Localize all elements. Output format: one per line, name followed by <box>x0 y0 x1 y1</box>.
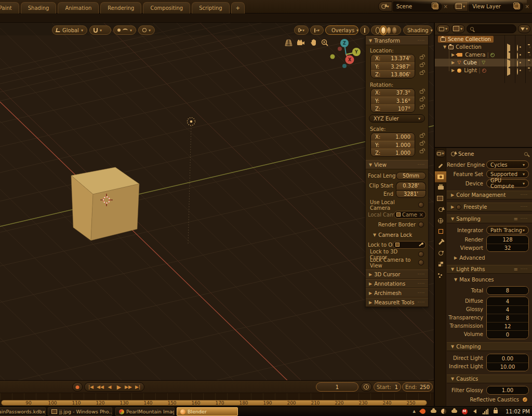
outliner-row-light[interactable]: ▶ Light | <box>435 66 532 74</box>
scale-x-field[interactable]: X:1.000 <box>371 133 415 141</box>
scene-name-field[interactable]: Scene <box>393 2 442 11</box>
overlays-dropdown[interactable]: Overlays ▾ <box>325 25 358 35</box>
clip-end-field[interactable]: 3281' <box>396 190 426 198</box>
editor-type-dropdown[interactable]: ▾ <box>436 24 450 33</box>
tab-rendering[interactable]: Rendering <box>100 2 141 14</box>
rotation-z-field[interactable]: Z:107° <box>371 104 415 112</box>
antivirus-tray-icon[interactable] <box>420 408 426 414</box>
next-keyframe-button[interactable]: ▶▶ <box>125 384 132 390</box>
lock-location-z-icon[interactable] <box>420 72 423 75</box>
tab-render[interactable] <box>435 171 446 182</box>
freestyle-section-header[interactable]: ▶ Freestyle ···· <box>447 203 532 211</box>
solid-shading-button[interactable] <box>381 27 385 34</box>
timeline-ruler[interactable]: 90 100 110 120 130 140 150 160 170 180 1… <box>0 393 434 406</box>
focal-length-field[interactable]: 50mm <box>396 172 426 180</box>
cloud-upload-tray-icon[interactable] <box>430 408 436 414</box>
navigation-gizmo[interactable]: Z Y X <box>327 37 369 72</box>
tab-output[interactable] <box>435 182 446 193</box>
play-button[interactable]: ▶ <box>115 384 123 391</box>
outliner-row-cube[interactable]: ▶ ▽ Cube | ▽ <box>435 59 532 66</box>
auto-keying-clock-button[interactable] <box>361 382 372 392</box>
presets-menu-icon[interactable]: ≡ <box>513 266 517 272</box>
hide-toggle[interactable] <box>517 45 518 51</box>
panel-annotations-header[interactable]: ▶ Annotations ···· <box>366 279 428 288</box>
max-bounces-subpanel-header[interactable]: ▼ Max Bounces <box>447 276 532 284</box>
proportional-editing-control[interactable]: ▾ <box>113 25 136 35</box>
tab-modifiers[interactable] <box>435 237 446 248</box>
direct-light-field[interactable]: 0.00 <box>487 354 528 363</box>
glossy-field[interactable]: 4 <box>487 305 528 314</box>
transform-orientation-dropdown[interactable]: Global ▾ <box>52 25 87 35</box>
hide-toggle[interactable] <box>517 61 518 66</box>
network-signal-icon[interactable] <box>482 408 488 414</box>
lock-scale-z-icon[interactable] <box>420 150 423 153</box>
show-hidden-icons-button[interactable]: ▲ <box>413 409 416 413</box>
jump-to-end-button[interactable]: ▶| <box>134 384 141 390</box>
render-border-checkbox[interactable] <box>418 222 424 227</box>
device-dropdown[interactable]: GPU Compute▾ <box>486 179 529 187</box>
light-paths-section-header[interactable]: ▼ Light Paths ≡···· <box>447 265 532 274</box>
outliner-search-input[interactable] <box>467 24 516 33</box>
color-management-section-header[interactable]: ▶ Color Management ···· <box>447 191 532 199</box>
clamping-section-header[interactable]: ▼ Clamping <box>447 342 532 351</box>
feature-set-dropdown[interactable]: Supported▾ <box>486 170 529 178</box>
expand-icon[interactable]: ▶ <box>451 60 455 65</box>
add-workspace-button[interactable]: + <box>231 2 245 14</box>
filter-dropdown[interactable]: ▾ <box>518 24 530 33</box>
lock-camera-to-view-checkbox[interactable] <box>418 260 424 265</box>
pin-icon[interactable] <box>524 152 528 156</box>
transparency-field[interactable]: 8 <box>487 314 528 322</box>
tab-scene[interactable] <box>435 204 446 215</box>
previous-keyframe-button[interactable]: ◀◀ <box>97 384 104 390</box>
display-mode-dropdown[interactable]: ▾ <box>451 24 465 33</box>
rendered-shading-button[interactable] <box>392 27 396 34</box>
selectable-toggle[interactable] <box>507 69 510 74</box>
lock-to-object-field[interactable] <box>393 241 426 249</box>
lock-rotation-z-icon[interactable] <box>420 106 423 109</box>
frame-start-field[interactable]: Start: 1 <box>374 382 401 392</box>
view-layer-browse-button[interactable]: ▾ <box>454 2 468 11</box>
caustics-section-header[interactable]: ▼ Caustics <box>447 374 532 383</box>
clear-camera-icon[interactable]: × <box>419 212 423 218</box>
tab-animation[interactable]: Animation <box>58 2 99 14</box>
expand-icon[interactable]: ▼ <box>443 45 446 49</box>
panel-archimesh-header[interactable]: ▶ Archimesh ···· <box>366 288 428 298</box>
tab-particles[interactable] <box>435 270 446 280</box>
hide-toggle[interactable] <box>517 53 518 59</box>
volume-field[interactable]: 0 <box>487 330 528 339</box>
tab-paint[interactable]: Paint <box>0 2 19 14</box>
security-lock-icon[interactable] <box>493 408 499 414</box>
play-reverse-button[interactable]: ◀ <box>106 384 113 390</box>
tab-shading[interactable]: Shading <box>21 2 57 14</box>
selectable-toggle[interactable] <box>507 61 510 66</box>
shading-dropdown[interactable]: Shading ▾ <box>403 25 432 35</box>
selectable-toggle[interactable] <box>507 45 510 51</box>
scene-browse-button[interactable]: ▾ <box>378 2 392 11</box>
speaker-icon[interactable] <box>472 408 478 414</box>
scale-z-field[interactable]: Z:1.000 <box>371 149 415 156</box>
pivot-point-dropdown[interactable]: ▾ <box>138 25 155 35</box>
system-clock[interactable]: 11:02 PM <box>506 407 530 416</box>
moon-tray-icon[interactable] <box>441 408 447 414</box>
toggle-camera-view-icon[interactable] <box>296 38 305 47</box>
rotation-y-field[interactable]: Y:3.16° <box>371 97 415 104</box>
tab-physics[interactable] <box>435 248 446 259</box>
rotation-mode-dropdown[interactable]: XYZ Euler ▾ <box>369 114 425 123</box>
snapping-control[interactable]: ▾ <box>89 25 111 35</box>
panel-measureit-header[interactable]: ▶ MeasureIt Tools ···· <box>366 298 428 307</box>
total-bounces-field[interactable]: 8 <box>486 286 529 295</box>
gizmos-dropdown[interactable]: ▾ <box>310 25 324 35</box>
location-y-field[interactable]: Y:3.2987' <box>371 62 415 70</box>
expand-icon[interactable]: ▶ <box>451 52 455 57</box>
rotation-x-field[interactable]: X:37.3° <box>371 89 415 97</box>
taskbar-window-blender[interactable]: Blender <box>177 407 238 416</box>
lock-rotation-x-icon[interactable] <box>420 90 423 93</box>
expand-icon[interactable]: ▶ <box>451 68 455 73</box>
tab-object-data[interactable] <box>435 259 446 270</box>
use-local-camera-checkbox[interactable] <box>418 202 424 208</box>
lock-rotation-y-icon[interactable] <box>420 98 423 101</box>
tab-compositing[interactable]: Compositing <box>143 2 190 14</box>
outliner-row-camera[interactable]: ▶ Camera | <box>435 51 532 59</box>
lock-location-y-icon[interactable] <box>420 64 423 67</box>
outliner-row-scene-collection[interactable]: Scene Collection <box>435 35 532 43</box>
